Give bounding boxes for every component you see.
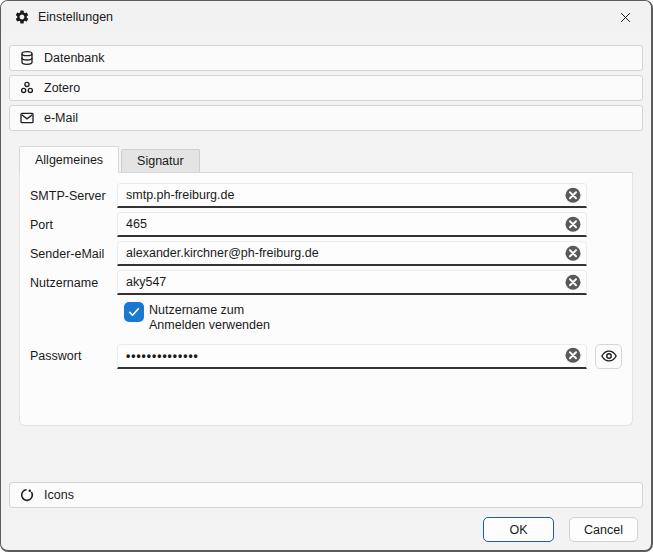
username-login-checkbox-label: Nutzername zum Anmelden verwenden bbox=[149, 302, 289, 334]
section-label: Icons bbox=[44, 488, 74, 502]
section-label: Datenbank bbox=[44, 51, 104, 65]
section-icons[interactable]: Icons bbox=[9, 482, 643, 508]
smtp-server-input[interactable] bbox=[117, 183, 587, 208]
nutzername-label: Nutzername bbox=[30, 276, 117, 290]
content-spacer bbox=[9, 426, 643, 468]
clear-sender-email-icon[interactable] bbox=[564, 244, 582, 262]
close-icon[interactable] bbox=[612, 5, 638, 29]
tab-signatur[interactable]: Signatur bbox=[121, 149, 200, 172]
dialog-content: Datenbank Zotero e-Mail bbox=[1, 33, 651, 508]
gear-icon bbox=[14, 9, 30, 25]
sender-email-label: Sender-eMail bbox=[30, 247, 117, 261]
cancel-button[interactable]: Cancel bbox=[569, 517, 638, 542]
checkmark-icon bbox=[127, 305, 141, 319]
clear-port-icon[interactable] bbox=[564, 215, 582, 233]
dialog-footer: OK Cancel bbox=[1, 508, 651, 550]
tab-allgemeines[interactable]: Allgemeines bbox=[19, 146, 119, 173]
section-datenbank[interactable]: Datenbank bbox=[9, 45, 643, 71]
nutzername-input[interactable] bbox=[117, 270, 587, 295]
username-login-checkbox[interactable] bbox=[124, 302, 144, 322]
smtp-server-label: SMTP-Server bbox=[30, 189, 117, 203]
form-row-passwort: Passwort bbox=[30, 344, 622, 369]
show-password-button[interactable] bbox=[595, 344, 622, 369]
zotero-knot-icon bbox=[19, 80, 35, 96]
section-zotero[interactable]: Zotero bbox=[9, 75, 643, 101]
section-label: Zotero bbox=[44, 81, 80, 95]
section-label: e-Mail bbox=[44, 111, 78, 125]
refresh-icon bbox=[19, 487, 35, 503]
email-settings-area: Allgemeines Signatur SMTP-Server bbox=[19, 146, 633, 426]
envelope-icon bbox=[19, 110, 35, 126]
username-login-checkbox-row: Nutzername zum Anmelden verwenden bbox=[124, 302, 622, 334]
ok-button[interactable]: OK bbox=[483, 517, 554, 542]
clear-nutzername-icon[interactable] bbox=[564, 273, 582, 291]
tab-label: Allgemeines bbox=[35, 153, 103, 167]
port-label: Port bbox=[30, 218, 117, 232]
form-row-port: Port bbox=[30, 212, 622, 237]
tab-panel-allgemeines: SMTP-Server Port bbox=[19, 173, 633, 426]
titlebar: Einstellungen bbox=[1, 1, 651, 33]
tab-label: Signatur bbox=[137, 154, 184, 168]
clear-passwort-icon[interactable] bbox=[564, 346, 582, 364]
tab-strip: Allgemeines Signatur bbox=[19, 146, 633, 173]
settings-dialog: Einstellungen Datenbank bbox=[0, 0, 653, 552]
port-input[interactable] bbox=[117, 212, 587, 237]
clear-smtp-icon[interactable] bbox=[564, 186, 582, 204]
section-email[interactable]: e-Mail bbox=[9, 105, 643, 131]
form-row-nutzername: Nutzername bbox=[30, 270, 622, 295]
dialog-title: Einstellungen bbox=[38, 10, 113, 24]
eye-icon bbox=[600, 347, 618, 365]
passwort-label: Passwort bbox=[30, 349, 117, 363]
form-row-sender-email: Sender-eMail bbox=[30, 241, 622, 266]
passwort-input[interactable] bbox=[117, 344, 587, 369]
database-icon bbox=[19, 50, 35, 66]
sender-email-input[interactable] bbox=[117, 241, 587, 266]
form-row-smtp: SMTP-Server bbox=[30, 183, 622, 208]
